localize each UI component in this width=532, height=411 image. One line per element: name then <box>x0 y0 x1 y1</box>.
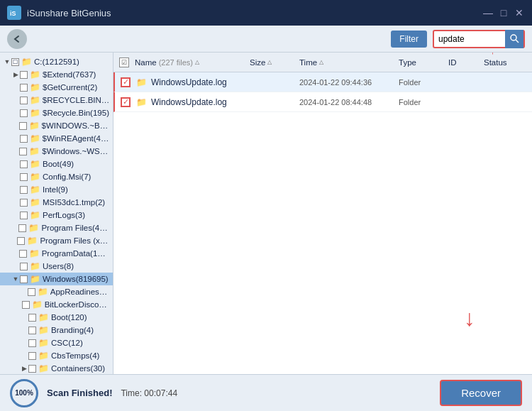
header-time[interactable]: Time △ <box>299 58 399 67</box>
row1-checkbox[interactable]: ✓ <box>121 77 131 87</box>
tree-checkbox-recyclebin[interactable] <box>20 109 28 117</box>
folder-icon: 📁 <box>30 133 40 143</box>
file-name-1: WindowsUpdate.log <box>151 77 250 87</box>
tree-checkbox-extend[interactable] <box>20 71 28 79</box>
tree-item-winws[interactable]: ▶ 📁 $Windows.~WS(63) <box>0 145 113 158</box>
file-time-2: 2024-01-22 08:44:48 <box>299 98 399 106</box>
tree-checkbox-boot2[interactable] <box>28 314 36 322</box>
tree-checkbox-containers[interactable] <box>28 365 36 373</box>
folder-icon: 📁 <box>28 223 39 233</box>
tree-checkbox-getcurrent[interactable] <box>20 84 28 92</box>
folder-icon: 📁 <box>29 121 40 131</box>
tree-item-users[interactable]: ▶ 📁 Users(8) <box>0 260 113 273</box>
tree-checkbox-boot[interactable] <box>20 160 28 168</box>
tree-item-intel[interactable]: ▶ 📁 Intel(9) <box>0 183 113 196</box>
tree-item-getcurrent[interactable]: ▶ 📁 $GetCurrent(2) <box>0 81 113 94</box>
tree-toggle-windows[interactable]: ▼ <box>11 275 20 283</box>
folder-icon: 📁 <box>30 274 40 284</box>
tree-checkbox-configmsi[interactable] <box>20 173 28 181</box>
tree-item-winreagent[interactable]: ▶ 📁 $WinREAgent(488) <box>0 132 113 145</box>
file-folder-icon-2: 📁 <box>136 97 147 107</box>
row1-check[interactable]: ✓ <box>121 77 136 87</box>
tree-item-csc[interactable]: ▶ 📁 CSC(12) <box>0 336 113 349</box>
folder-icon: 📁 <box>30 172 40 182</box>
back-button[interactable] <box>7 29 27 49</box>
bottom-bar: 100% Scan Finished! Time: 00:07:44 Recov… <box>0 374 532 411</box>
tree-checkbox-windows[interactable] <box>20 275 28 283</box>
header-size[interactable]: Size △ <box>250 58 299 67</box>
recover-button[interactable]: Recover <box>440 380 522 406</box>
tree-checkbox-winbt[interactable] <box>19 122 27 130</box>
window-controls: — □ ✕ <box>482 7 525 18</box>
tree-item-perflogs[interactable]: ▶ 📁 PerfLogs(3) <box>0 209 113 221</box>
table-row[interactable]: ✓ 📁 WindowsUpdate.log 2024-01-22 08:44:4… <box>113 92 532 112</box>
table-row[interactable]: ✓ 📁 WindowsUpdate.log 2024-01-22 09:44:3… <box>113 72 532 92</box>
search-button[interactable] <box>505 30 523 48</box>
tree-item-winbt[interactable]: ▶ 📁 $WINDOWS.~BT(10) <box>0 119 113 132</box>
header-type: Type <box>399 58 448 67</box>
tree-item-appreadiness[interactable]: ▶ 📁 AppReadiness(1) <box>0 285 113 298</box>
tree-item-configmsi[interactable]: ▶ 📁 Config.Msi(7) <box>0 170 113 183</box>
tree-item-containers[interactable]: ▶ 📁 Containers(30) <box>0 362 113 374</box>
tree-label-recyclebin: $Recycle.Bin(195) <box>43 109 109 117</box>
svg-line-3 <box>516 40 519 43</box>
svg-point-2 <box>511 35 516 40</box>
tree-item-recycle-bin-sys[interactable]: ▶ 📁 $RECYCLE.BIN(1) <box>0 94 113 106</box>
tree-checkbox-progfiles86[interactable] <box>17 237 25 245</box>
folder-icon: 📁 <box>38 338 49 348</box>
tree-checkbox-progdata[interactable] <box>19 250 27 258</box>
tree-checkbox-perflogs[interactable] <box>20 212 28 219</box>
file-count-label: (227 files) <box>159 58 193 67</box>
tree-label-branding: Branding(4) <box>51 326 94 334</box>
tree-item-msi[interactable]: ▶ 📁 MSI53dc1.tmp(2) <box>0 196 113 209</box>
tree-item-boot2[interactable]: ▶ 📁 Boot(120) <box>0 311 113 324</box>
tree-checkbox-cbstemps[interactable] <box>28 352 36 360</box>
maximize-button[interactable]: □ <box>498 7 509 18</box>
tree-checkbox-winreagent[interactable] <box>20 135 28 143</box>
tree-label-progfiles86: Program Files (x86)(21417) <box>40 236 110 245</box>
select-all-checkbox[interactable]: ☑ <box>119 57 129 67</box>
tree-checkbox-branding[interactable] <box>28 327 36 334</box>
header-name[interactable]: Name (227 files) △ <box>135 58 250 67</box>
tree-checkbox-bitlocker[interactable] <box>22 301 30 309</box>
tree-item-branding[interactable]: ▶ 📁 Branding(4) <box>0 324 113 336</box>
row2-checkbox[interactable]: ✓ <box>121 97 131 107</box>
tree-toggle-containers[interactable]: ▶ <box>20 364 28 373</box>
close-button[interactable]: ✕ <box>514 7 525 18</box>
tree-item-progdata[interactable]: ▶ 📁 ProgramData(12536) <box>0 247 113 260</box>
filter-button[interactable]: Filter <box>391 31 427 48</box>
tree-item-extend[interactable]: ▶ 📁 $Extend(7637) <box>0 68 113 81</box>
folder-icon: 📁 <box>30 210 40 220</box>
search-input[interactable] <box>434 33 505 45</box>
tree-checkbox-progfiles[interactable] <box>18 224 26 232</box>
tree-toggle-root[interactable]: ▼ <box>3 57 11 66</box>
table-header: ☑ Name (227 files) △ Size △ Time △ Type <box>113 53 532 72</box>
tree-checkbox-intel[interactable] <box>20 186 28 194</box>
tree-item-bitlocker[interactable]: ▶ 📁 BitLockerDiscoveryVolumeCo <box>0 298 113 311</box>
minimize-button[interactable]: — <box>482 7 494 18</box>
tree-checkbox-recyclebin-sys[interactable] <box>20 97 28 104</box>
app-icon: iS <box>7 6 21 20</box>
tree-item-progfiles86[interactable]: ▶ 📁 Program Files (x86)(21417) <box>0 234 113 247</box>
tree-checkbox-csc[interactable] <box>28 339 36 347</box>
tree-checkbox-appreadiness[interactable] <box>28 288 35 296</box>
tree-item-windows[interactable]: ▼ 📁 Windows(819695) <box>0 273 113 285</box>
tree-item-recycle-bin[interactable]: ▶ 📁 $Recycle.Bin(195) <box>0 106 113 119</box>
tree-item-progfiles[interactable]: ▶ 📁 Program Files(49022) <box>0 221 113 234</box>
tree-label-boot: Boot(49) <box>43 160 74 168</box>
app-title: iSunshare BitGenius <box>27 8 482 18</box>
row2-check[interactable]: ✓ <box>121 97 136 107</box>
tree-checkbox-msi[interactable] <box>20 199 28 207</box>
tree-root[interactable]: ▼ ☐ 📁 C:(1212591) <box>0 55 113 68</box>
tree-toggle-extend[interactable]: ▶ <box>11 70 20 79</box>
tree-label-progfiles: Program Files(49022) <box>41 224 110 232</box>
scan-time-text: Time: 00:07:44 <box>121 388 177 398</box>
tree-checkbox-winws[interactable] <box>19 148 27 155</box>
title-bar: iS iSunshare BitGenius — □ ✕ <box>0 0 532 26</box>
tree-item-boot[interactable]: ▶ 📁 Boot(49) <box>0 158 113 170</box>
tree-root-label: C:(1212591) <box>34 57 79 66</box>
tree-item-cbstemps[interactable]: ▶ 📁 CbsTemps(4) <box>0 349 113 362</box>
sort-arrow-time: △ <box>319 59 323 65</box>
tree-checkbox-users[interactable] <box>20 263 28 270</box>
tree-checkbox-root[interactable]: ☐ <box>11 58 19 66</box>
